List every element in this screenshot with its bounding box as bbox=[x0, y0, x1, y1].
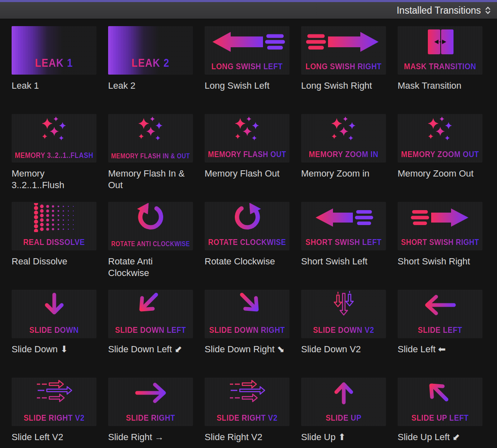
transition-thumbnail: SLIDE DOWN LEFT bbox=[108, 290, 193, 338]
thumbnail-title: MEMORY 3..2..1..FLASH bbox=[13, 152, 95, 160]
transition-thumbnail: MEMORY FLASH OUT bbox=[205, 114, 290, 162]
thumbnail-title: LONG SWISH LEFT bbox=[206, 63, 288, 72]
transition-label: Rotate Anti Clockwise bbox=[108, 256, 190, 279]
arrow-down-left-icon bbox=[109, 291, 192, 320]
arrow-right-icon bbox=[109, 379, 192, 408]
transition-tile-leak-2[interactable]: LEAK 2Leak 2 bbox=[108, 26, 193, 114]
transition-tile-memory-3-2-1-flush[interactable]: MEMORY 3..2..1..FLASHMemory 3..2..1..Flu… bbox=[12, 114, 97, 202]
transition-tile-rotate-anti-clockwise[interactable]: ROTATE ANTI CLOCKWISERotate Anti Clockwi… bbox=[108, 202, 193, 290]
transition-label: Memory Zoom in bbox=[301, 168, 383, 179]
thumbnail-title: SLIDE UP LEFT bbox=[399, 414, 481, 423]
transition-tile-memory-flash-out[interactable]: MEMORY FLASH OUTMemory Flash Out bbox=[205, 114, 290, 202]
transition-tile-slide-left-v2[interactable]: SLIDE RIGHT V2Slide Left V2 bbox=[12, 378, 97, 448]
transition-tile-slide-down-left[interactable]: SLIDE DOWN LEFTSlide Down Left ⬋ bbox=[108, 290, 193, 378]
transition-label: Slide Left V2 bbox=[12, 431, 94, 443]
popup-label: Installed Transitions bbox=[397, 5, 481, 16]
transition-tile-short-swish-right[interactable]: SHORT SWISH RIGHTShort Swish Right bbox=[398, 202, 483, 290]
updown-chevron-icon bbox=[485, 5, 491, 15]
transition-tile-slide-down-v2[interactable]: SLIDE DOWN V2Slide Down V2 bbox=[301, 290, 386, 378]
thumbnail-title: MEMORY FLASH IN & OUT bbox=[110, 153, 191, 160]
transition-thumbnail: SLIDE LEFT bbox=[398, 290, 483, 338]
swish-left-long-icon bbox=[205, 27, 289, 56]
transition-thumbnail: ROTATE ANTI CLOCKWISE bbox=[108, 202, 193, 250]
transition-label: Slide Up ⬆ bbox=[301, 431, 383, 443]
transition-thumbnail: MASK TRANSITION bbox=[398, 26, 483, 75]
transition-label: Short Swish Left bbox=[301, 256, 383, 267]
transition-thumbnail: SHORT SWISH LEFT bbox=[301, 202, 386, 250]
sparkles-icon bbox=[398, 115, 482, 144]
transition-tile-mask-transition[interactable]: MASK TRANSITIONMask Transition bbox=[398, 26, 483, 114]
thumbnail-title: LONG SWISH RIGHT bbox=[303, 63, 384, 72]
transition-tile-memory-flash-in-out[interactable]: MEMORY FLASH IN & OUTMemory Flash In & O… bbox=[108, 114, 193, 202]
thumbnail-title: ROTATE ANTI CLOCKWISE bbox=[110, 241, 191, 247]
thumbnail-title: SLIDE LEFT bbox=[399, 327, 481, 335]
transition-tile-memory-zoom-in[interactable]: MEMORY ZOOM INMemory Zoom in bbox=[301, 114, 386, 202]
mask-icon bbox=[398, 27, 482, 56]
transition-label: Slide Up Left ⬋ bbox=[398, 431, 480, 443]
transition-label: Slide Right V2 bbox=[205, 431, 287, 443]
transitions-source-popup[interactable]: Installed Transitions bbox=[397, 5, 491, 16]
transition-tile-slide-left[interactable]: SLIDE LEFTSlide Left ⬅ bbox=[398, 290, 483, 378]
transition-thumbnail: LONG SWISH RIGHT bbox=[301, 26, 386, 75]
transition-label: Rotate Clockwise bbox=[205, 256, 287, 267]
transition-thumbnail: SLIDE DOWN bbox=[12, 290, 97, 338]
transition-label: Memory Zoom Out bbox=[398, 168, 480, 179]
thumbnail-title: SHORT SWISH RIGHT bbox=[399, 239, 481, 247]
thumbnail-title: SLIDE DOWN RIGHT bbox=[206, 327, 288, 335]
transition-label: Long Swish Right bbox=[301, 80, 383, 92]
transition-tile-slide-up[interactable]: SLIDE UPSlide Up ⬆ bbox=[301, 378, 386, 448]
sparkles-icon bbox=[109, 115, 192, 144]
transition-thumbnail: LEAK 2 bbox=[108, 26, 193, 75]
transition-label: Slide Down V2 bbox=[301, 344, 383, 355]
thumbnail-title: SLIDE UP bbox=[303, 414, 384, 423]
thumbnail-title: MEMORY ZOOM OUT bbox=[399, 151, 481, 160]
transition-thumbnail: MEMORY ZOOM OUT bbox=[398, 114, 483, 162]
transition-tile-short-swish-left[interactable]: SHORT SWISH LEFTShort Swish Left bbox=[301, 202, 386, 290]
transition-thumbnail: SLIDE DOWN V2 bbox=[301, 290, 386, 338]
transition-tile-slide-up-left[interactable]: SLIDE UP LEFTSlide Up Left ⬋ bbox=[398, 378, 483, 448]
thumbnail-title: SHORT SWISH LEFT bbox=[303, 239, 384, 247]
transition-label: Slide Down ⬇ bbox=[12, 344, 94, 355]
transition-thumbnail: MEMORY FLASH IN & OUT bbox=[108, 114, 193, 162]
transition-thumbnail: SLIDE RIGHT V2 bbox=[205, 378, 290, 426]
transition-tile-leak-1[interactable]: LEAK 1Leak 1 bbox=[12, 26, 97, 114]
transition-tile-slide-right-v2[interactable]: SLIDE RIGHT V2Slide Right V2 bbox=[205, 378, 290, 448]
thumbnail-title: MASK TRANSITION bbox=[399, 63, 481, 72]
transition-label: Short Swish Right bbox=[398, 256, 480, 267]
dissolve-icon bbox=[12, 203, 96, 232]
transition-thumbnail: SLIDE RIGHT bbox=[108, 378, 193, 426]
transition-label: Memory Flash In & Out bbox=[108, 168, 190, 191]
sparkles-icon bbox=[302, 115, 385, 144]
transition-tile-memory-zoom-out[interactable]: MEMORY ZOOM OUTMemory Zoom Out bbox=[398, 114, 483, 202]
transition-tile-slide-down[interactable]: SLIDE DOWNSlide Down ⬇ bbox=[12, 290, 97, 378]
arrows-down-v2-icon bbox=[302, 291, 385, 320]
thumbnail-title: LEAK 2 bbox=[110, 58, 191, 70]
arrow-up-icon bbox=[302, 379, 385, 408]
transition-tile-long-swish-right[interactable]: LONG SWISH RIGHTLong Swish Right bbox=[301, 26, 386, 114]
transition-thumbnail: SLIDE UP bbox=[301, 378, 386, 426]
transition-thumbnail: REAL DISSOLVE bbox=[12, 202, 97, 250]
transition-label: Slide Down Left ⬋ bbox=[108, 344, 190, 355]
swish-right-short-icon bbox=[398, 203, 482, 232]
thumbnail-title: SLIDE RIGHT V2 bbox=[13, 414, 95, 423]
transition-tile-rotate-clockwise[interactable]: ROTATE CLOCKWISERotate Clockwise bbox=[205, 202, 290, 290]
transition-thumbnail: MEMORY 3..2..1..FLASH bbox=[12, 114, 97, 162]
transition-thumbnail: SHORT SWISH RIGHT bbox=[398, 202, 483, 250]
transition-label: Leak 1 bbox=[12, 80, 94, 92]
arrow-left-icon bbox=[398, 291, 482, 320]
transition-tile-real-dissolve[interactable]: REAL DISSOLVEReal Dissolve bbox=[12, 202, 97, 290]
thumbnail-title: SLIDE RIGHT V2 bbox=[206, 414, 288, 423]
transition-tile-long-swish-left[interactable]: LONG SWISH LEFTLong Swish Left bbox=[205, 26, 290, 114]
transition-thumbnail: MEMORY ZOOM IN bbox=[301, 114, 386, 162]
thumbnail-title: SLIDE DOWN V2 bbox=[303, 327, 384, 335]
arrow-down-icon bbox=[12, 291, 96, 320]
browser-header: Installed Transitions bbox=[0, 2, 497, 19]
transition-thumbnail: SLIDE RIGHT V2 bbox=[12, 378, 97, 426]
arrow-up-left-icon bbox=[398, 379, 482, 408]
transition-label: Slide Right → bbox=[108, 431, 190, 443]
thumbnail-title: ROTATE CLOCKWISE bbox=[206, 239, 288, 247]
thumbnail-title: SLIDE DOWN bbox=[13, 327, 95, 335]
transition-tile-slide-right[interactable]: SLIDE RIGHTSlide Right → bbox=[108, 378, 193, 448]
transition-label: Mask Transition bbox=[398, 80, 480, 92]
transition-tile-slide-down-right[interactable]: SLIDE DOWN RIGHTSlide Down Right ⬊ bbox=[205, 290, 290, 378]
